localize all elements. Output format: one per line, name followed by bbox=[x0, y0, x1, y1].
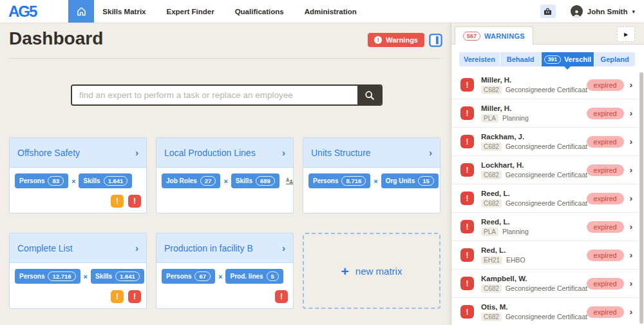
collapse-arrow-icon: ▶ bbox=[624, 32, 628, 37]
nav-item-skills-matrix[interactable]: Skills Matrix bbox=[102, 8, 146, 15]
filter-tab-vereisten[interactable]: Vereisten bbox=[459, 52, 500, 66]
qualification-code: EH21 bbox=[481, 256, 502, 264]
warning-badge-orange[interactable]: ! bbox=[111, 290, 124, 303]
warnings-filter-tabs: Vereisten Behaald 391 Verschil Gepland bbox=[459, 52, 635, 66]
dimension-count: 8.716 bbox=[341, 176, 366, 186]
dimension-pill[interactable]: Job Roles 27 bbox=[162, 173, 220, 188]
filter-tab-behaald[interactable]: Behaald bbox=[500, 52, 542, 66]
matrix-dimensions: Persons 8.716 × Org Units 15 bbox=[303, 168, 440, 188]
chevron-right-icon: › bbox=[282, 147, 285, 158]
toggle-sidebar-button[interactable] bbox=[429, 34, 442, 47]
briefcase-icon bbox=[544, 8, 552, 15]
nav-item-expert-finder[interactable]: Expert Finder bbox=[166, 8, 214, 15]
filter-tab-gepland[interactable]: Gepland bbox=[594, 52, 635, 66]
matrix-title: Offshore Safety bbox=[17, 148, 80, 158]
home-icon bbox=[76, 6, 87, 17]
home-button[interactable] bbox=[68, 0, 94, 23]
warning-row[interactable]: ! Miller, H. C682 Geconsigneerde Certifi… bbox=[451, 71, 638, 99]
ag5-logo[interactable]: AG5 bbox=[8, 3, 36, 21]
warning-row[interactable]: ! Lockhart, H. C682 Geconsigneerde Certi… bbox=[451, 156, 638, 184]
warning-row[interactable]: ! Reed, L. PLA Planning expired › bbox=[451, 213, 638, 241]
warning-row[interactable]: ! Otis, M. C682 Geconsigneerde Certifica… bbox=[451, 298, 638, 325]
person-name: Miller, H. bbox=[481, 104, 529, 112]
person-name: Otis, M. bbox=[481, 303, 587, 311]
dimension-pill[interactable]: Org Units 15 bbox=[381, 173, 439, 188]
nav-item-administration[interactable]: Administration bbox=[305, 8, 357, 15]
dimension-count: 12.716 bbox=[48, 271, 75, 281]
matrix-card-complete-list[interactable]: Complete List › Persons 12.716 × Skills … bbox=[9, 233, 147, 309]
dimension-count: 83 bbox=[48, 176, 64, 186]
status-badge: expired bbox=[587, 193, 624, 204]
matrix-card-header[interactable]: Units Structure › bbox=[303, 138, 440, 168]
warnings-tab[interactable]: 567 WARNINGS bbox=[455, 26, 533, 44]
warning-row[interactable]: ! Reed, L. C682 Geconsigneerde Certifica… bbox=[451, 184, 638, 213]
times-separator: × bbox=[71, 177, 75, 185]
warnings-button-label: Warnings bbox=[386, 36, 418, 44]
briefcase-button[interactable] bbox=[540, 5, 556, 18]
matrix-title: Complete List bbox=[17, 243, 73, 253]
matrix-card-header[interactable]: Local Production Lines › bbox=[156, 138, 293, 168]
dimension-pill[interactable]: Persons 67 bbox=[162, 269, 215, 284]
warning-badge-red[interactable]: ! bbox=[128, 290, 141, 303]
dimension-count: 15 bbox=[418, 176, 434, 186]
dimension-pill[interactable]: Skills 689 bbox=[231, 173, 279, 188]
matrix-card-header[interactable]: Offshore Safety › bbox=[10, 138, 146, 168]
sidebar-scrollbar[interactable] bbox=[639, 72, 643, 324]
warnings-button[interactable]: ! Warnings bbox=[368, 33, 424, 47]
warning-row[interactable]: ! Kampbell, W. C682 Geconsigneerde Certi… bbox=[451, 270, 638, 298]
chevron-right-icon: › bbox=[282, 242, 285, 253]
dimension-pill[interactable]: Skills 1.641 bbox=[79, 173, 132, 188]
search-input[interactable] bbox=[72, 86, 357, 104]
user-name: John Smith bbox=[587, 8, 628, 15]
warning-row[interactable]: ! Miller, H. PLA Planning expired › bbox=[451, 99, 638, 128]
matrix-card-header[interactable]: Complete List › bbox=[10, 233, 146, 263]
chevron-right-icon: › bbox=[630, 165, 632, 175]
app-canvas: AG5 Skills Matrix Expert Finder Qualific… bbox=[0, 0, 644, 325]
times-separator: × bbox=[374, 177, 377, 185]
qualification-code: PLA bbox=[481, 228, 498, 236]
org-chart-icon bbox=[285, 177, 294, 185]
dimension-pill[interactable]: Skills 1.641 bbox=[91, 269, 144, 284]
matrix-card-local-production-lines[interactable]: Local Production Lines › Job Roles 27 × … bbox=[156, 137, 294, 213]
warnings-tab-label: WARNINGS bbox=[484, 32, 525, 40]
qualification-description: Planning bbox=[502, 228, 529, 235]
search-button[interactable] bbox=[357, 86, 381, 104]
new-matrix-label: new matrix bbox=[355, 266, 402, 277]
matrix-dimensions: Persons 67 × Prod. lines 5 bbox=[156, 263, 293, 284]
collapse-sidebar-button[interactable]: ▶ bbox=[617, 26, 635, 42]
warning-badge-orange[interactable]: ! bbox=[111, 195, 124, 208]
warning-badge-red[interactable]: ! bbox=[128, 195, 141, 208]
person-name: Reed, L. bbox=[481, 218, 529, 226]
warnings-total-badge: 567 bbox=[463, 32, 480, 41]
person-name: Miller, H. bbox=[481, 76, 587, 84]
new-matrix-button[interactable]: + new matrix bbox=[303, 233, 440, 309]
alert-icon: ! bbox=[460, 305, 474, 319]
warning-row[interactable]: ! Red, L. EH21 EHBO expired › bbox=[451, 241, 638, 270]
person-name: Reed, L. bbox=[481, 190, 587, 197]
dimension-pill[interactable]: Persons 8.716 bbox=[308, 173, 370, 188]
warnings-sidebar: 567 WARNINGS ▶ Vereisten Behaald 391 Ver… bbox=[451, 23, 644, 325]
dimension-pill[interactable]: Persons 12.716 bbox=[15, 269, 80, 284]
nav-item-qualifications[interactable]: Qualifications bbox=[235, 8, 284, 15]
user-avatar bbox=[571, 5, 583, 17]
matrix-card-production-facility-b[interactable]: Production in facility B › Persons 67 × … bbox=[156, 233, 294, 309]
chevron-right-icon: › bbox=[630, 108, 632, 118]
qualification-description: EHBO bbox=[506, 256, 526, 264]
alert-icon: ! bbox=[460, 78, 474, 92]
matrix-card-units-structure[interactable]: Units Structure › Persons 8.716 × Org Un… bbox=[303, 137, 440, 213]
qualification-description: Geconsigneerde Certificaat bbox=[506, 143, 587, 150]
filter-tab-verschil[interactable]: 391 Verschil bbox=[542, 52, 595, 66]
dimension-pill[interactable]: Persons 83 bbox=[15, 173, 68, 188]
matrix-card-offshore-safety[interactable]: Offshore Safety › Persons 83 × Skills 1.… bbox=[9, 137, 147, 213]
dimension-pill[interactable]: Prod. lines 5 bbox=[225, 269, 283, 284]
warning-row[interactable]: ! Rackham, J. C682 Geconsigneerde Certif… bbox=[451, 128, 638, 156]
warning-badge-red[interactable]: ! bbox=[275, 290, 288, 303]
matrix-warning-badges: ! bbox=[275, 290, 288, 303]
qualification-description: Geconsigneerde Certificaat bbox=[506, 171, 587, 179]
matrix-card-header[interactable]: Production in facility B › bbox=[156, 233, 293, 263]
verschil-count-badge: 391 bbox=[544, 55, 561, 64]
times-separator: × bbox=[84, 273, 88, 281]
user-menu[interactable]: John Smith ▾ bbox=[571, 5, 635, 17]
caret-down-icon: ▾ bbox=[632, 8, 635, 15]
qualification-description: Geconsigneerde Certificaat bbox=[506, 86, 587, 94]
